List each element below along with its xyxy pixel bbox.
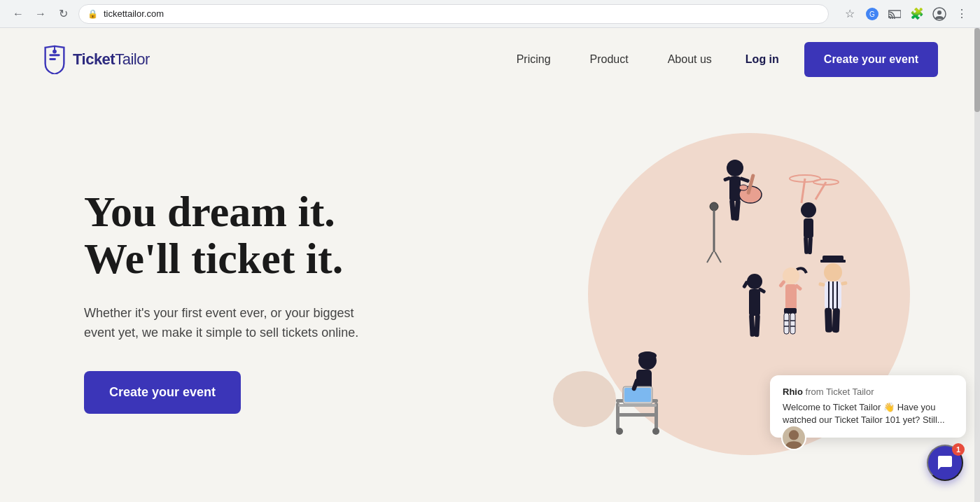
account-button[interactable]	[930, 4, 949, 24]
svg-point-26	[801, 202, 816, 218]
lock-icon: 🔒	[88, 9, 98, 19]
svg-rect-29	[808, 237, 813, 254]
svg-rect-61	[616, 413, 658, 417]
svg-rect-6	[49, 58, 56, 60]
profile-avatar-button[interactable]: G	[862, 4, 882, 24]
svg-point-73	[789, 430, 799, 440]
logo[interactable]: TicketTailor	[42, 45, 150, 74]
reload-button[interactable]: ↻	[53, 4, 73, 24]
svg-rect-5	[49, 54, 59, 56]
chat-popup: Rhio from Ticket Tailor Welcome to Ticke…	[770, 375, 966, 438]
svg-point-8	[52, 50, 57, 54]
back-button[interactable]: ←	[8, 4, 28, 24]
svg-text:G: G	[869, 11, 875, 18]
hero-cta-button[interactable]: Create your event	[84, 371, 241, 414]
svg-rect-70	[624, 388, 651, 402]
svg-point-30	[747, 274, 762, 289]
bookmark-button[interactable]: ☆	[840, 4, 860, 24]
logo-icon	[42, 45, 67, 74]
svg-rect-15	[734, 200, 741, 221]
url-text: tickettailor.com	[104, 8, 164, 19]
browser-chrome: ← → ↻ 🔒 tickettailor.com ☆ G 🧩 ⋮	[0, 0, 980, 28]
svg-rect-37	[785, 284, 797, 309]
chat-message-text: Welcome to Ticket Tailor 👋 Have you watc…	[783, 401, 953, 426]
scrollbar[interactable]	[974, 28, 980, 502]
svg-line-20	[707, 252, 713, 263]
extensions-button[interactable]: 🧩	[907, 4, 927, 24]
svg-point-65	[638, 351, 657, 360]
navbar: TicketTailor Pricing Product About us Lo…	[0, 28, 980, 91]
svg-line-21	[715, 252, 722, 263]
svg-rect-54	[818, 282, 825, 286]
svg-rect-39	[784, 313, 789, 334]
menu-button[interactable]: ⋮	[952, 4, 972, 24]
chat-sender: Rhio from Ticket Tailor	[783, 386, 953, 397]
chat-avatar	[781, 425, 806, 450]
svg-point-4	[937, 11, 941, 15]
nav-link-product[interactable]: Product	[570, 46, 648, 73]
svg-rect-31	[749, 289, 760, 316]
svg-rect-40	[790, 313, 795, 334]
address-bar[interactable]: 🔒 tickettailor.com	[78, 4, 829, 24]
chat-widget: Rhio from Ticket Tailor Welcome to Ticke…	[770, 375, 966, 481]
svg-rect-34	[749, 314, 755, 337]
hero-headline: You dream it. We'll ticket it.	[84, 188, 511, 282]
cast-button[interactable]	[885, 4, 904, 24]
svg-point-18	[710, 202, 718, 211]
svg-rect-19	[713, 210, 715, 252]
svg-point-62	[616, 428, 623, 435]
hero-content: You dream it. We'll ticket it. Whether i…	[84, 188, 511, 414]
svg-point-63	[652, 428, 659, 435]
nav-login-link[interactable]: Log in	[732, 46, 793, 73]
svg-rect-71	[618, 404, 657, 407]
nav-links: Pricing Product About us Log in Create y…	[497, 42, 938, 77]
hero-subtext: Whether it's your first event ever, or y…	[84, 303, 378, 344]
svg-rect-17	[739, 176, 750, 183]
svg-point-12	[739, 185, 748, 190]
nav-link-pricing[interactable]: Pricing	[497, 46, 570, 73]
svg-rect-55	[841, 281, 848, 285]
scrollbar-thumb[interactable]	[974, 28, 980, 112]
nav-link-about[interactable]: About us	[648, 46, 732, 73]
svg-rect-56	[825, 308, 832, 333]
svg-point-49	[824, 263, 842, 281]
nav-cta-button[interactable]: Create your event	[804, 42, 938, 77]
chat-open-button[interactable]: 1	[927, 445, 963, 481]
browser-actions: ☆ G 🧩 ⋮	[840, 4, 972, 24]
svg-rect-35	[754, 314, 760, 337]
forward-button[interactable]: →	[31, 4, 50, 24]
svg-rect-27	[804, 218, 813, 238]
svg-point-9	[727, 160, 743, 176]
svg-rect-57	[832, 308, 840, 333]
svg-rect-48	[820, 260, 846, 263]
logo-text: TicketTailor	[73, 50, 150, 69]
chat-notification-badge: 1	[952, 443, 965, 456]
svg-rect-10	[729, 176, 741, 201]
browser-nav-buttons: ← → ↻	[8, 4, 73, 24]
